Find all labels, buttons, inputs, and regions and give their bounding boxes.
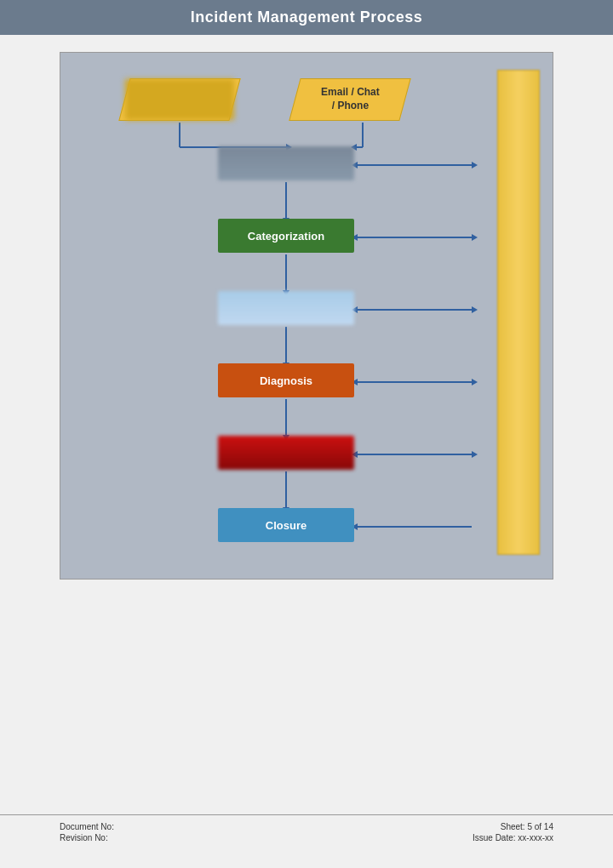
sheet-info: Sheet: 5 of 14 <box>473 822 553 831</box>
box-registration <box>218 146 354 180</box>
flow-area: Email / Chat/ Phone Categorization Diagn… <box>73 70 540 555</box>
page-title: Incident Management Process <box>191 9 423 26</box>
svg-marker-26 <box>472 379 478 385</box>
page-footer: Document No: Revision No: Sheet: 5 of 14… <box>0 814 613 851</box>
svg-marker-17 <box>472 162 478 168</box>
box-categorization-label: Categorization <box>248 230 324 243</box>
box-diagnosis: Diagnosis <box>218 363 354 397</box>
footer-left: Document No: Revision No: <box>60 822 114 844</box>
box-diagnosis-label: Diagnosis <box>260 374 312 387</box>
page-header: Incident Management Process <box>0 0 613 35</box>
box-closure-label: Closure <box>266 519 306 532</box>
footer-right: Sheet: 5 of 14 Issue Date: xx-xxx-xx <box>473 822 553 844</box>
input-para-right: Email / Chat/ Phone <box>289 78 410 121</box>
right-swimlane-bar <box>497 70 540 555</box>
box-prioritization <box>218 291 354 325</box>
issue-date: Issue Date: xx-xxx-xx <box>473 833 553 842</box>
revision-no: Revision No: <box>60 833 114 842</box>
box-resolution-label <box>269 447 303 460</box>
input-para-left <box>118 78 240 121</box>
svg-marker-20 <box>472 234 478 241</box>
diagram-container: Email / Chat/ Phone Categorization Diagn… <box>60 52 553 580</box>
box-closure: Closure <box>218 508 354 542</box>
svg-marker-23 <box>472 306 478 313</box>
box-resolution <box>218 436 354 470</box>
box-registration-label <box>269 157 303 170</box>
box-categorization: Categorization <box>218 219 354 253</box>
svg-marker-29 <box>472 451 478 458</box>
box-prioritization-label <box>269 302 303 315</box>
input-para-right-label: Email / Chat/ Phone <box>321 86 380 112</box>
document-no: Document No: <box>60 822 114 831</box>
